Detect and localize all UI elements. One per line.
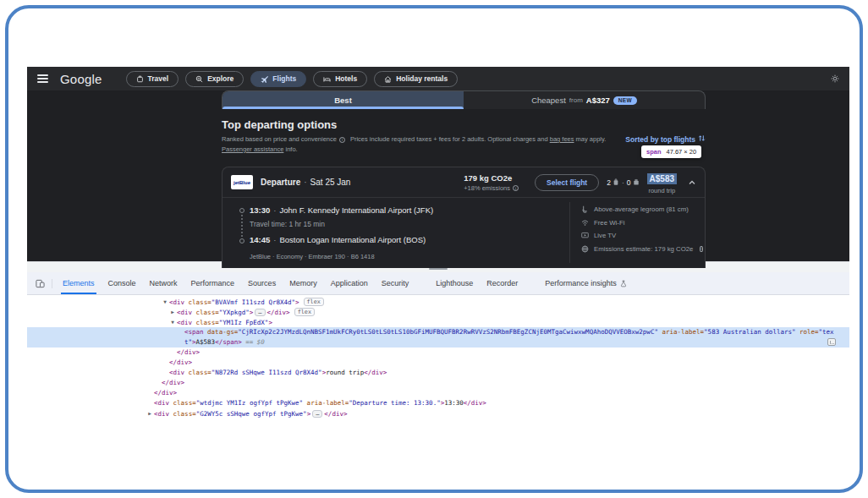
swap-vertical-icon	[698, 134, 706, 142]
ellipsis-expander[interactable]: …	[255, 309, 265, 316]
baggage-allowance: 2 · 0	[607, 178, 639, 187]
results-column: Best Cheapest from A$327 NEW Top departi…	[222, 90, 706, 268]
menu-icon[interactable]	[37, 74, 48, 83]
jetblue-logo: jetBlue	[231, 175, 253, 189]
route-dotted-line	[241, 215, 243, 237]
collapse-arrow-icon[interactable]: ▶	[168, 307, 177, 317]
devtools-tab-console[interactable]: Console	[102, 272, 143, 294]
expand-arrow-icon[interactable]: ▼	[161, 297, 169, 307]
suitcase-icon	[136, 75, 144, 83]
nav-pill-travel[interactable]: Travel	[126, 71, 179, 87]
devtools-tab-elements[interactable]: Elements	[56, 272, 102, 294]
amenity-label: Live TV	[594, 232, 616, 239]
devtools-tab-security[interactable]: Security	[375, 272, 416, 294]
amenity-label: Emissions estimate: 179 kg CO2e	[594, 245, 693, 253]
dom-tree-line[interactable]: </div>	[27, 348, 849, 358]
dark-mode-icon[interactable]	[831, 74, 839, 83]
tab-best[interactable]: Best	[222, 91, 464, 109]
dom-tree-line[interactable]: ▼<div class="YM1Iz FpEdX">	[27, 317, 849, 327]
nav-pill-label: Explore	[207, 74, 233, 83]
ellipsis-expander[interactable]: …	[312, 410, 322, 418]
dom-tree-line[interactable]: ▶<div class="YXpkgd">…</div>flex	[27, 307, 849, 317]
wifi-icon	[581, 219, 589, 227]
dom-tree-line[interactable]: </div>	[27, 358, 849, 368]
dom-tree-line-selected[interactable]: t">A$583</span> == $0	[27, 337, 849, 348]
nav-pill-flights[interactable]: Flights	[250, 71, 306, 87]
emissions-icon	[581, 245, 589, 253]
devtools-tab-lighthouse[interactable]: Lighthouse	[429, 272, 480, 294]
devtools-tab-sources[interactable]: Sources	[241, 272, 283, 294]
flight-details: 13:30·John F. Kennedy International Airp…	[222, 198, 705, 268]
plane-icon	[261, 75, 268, 83]
tab-cheapest[interactable]: Cheapest from A$327 NEW	[464, 91, 705, 109]
nav-pill-hotels[interactable]: Hotels	[313, 71, 367, 87]
co2-value: 179 kg CO2e	[464, 173, 524, 183]
flight-timeline	[234, 205, 250, 268]
page-title: Top departing options	[222, 118, 706, 131]
dom-tree-line[interactable]: <div class="wtdjmc YM1Iz ogfYpf tPgKwe" …	[27, 398, 849, 408]
info-icon[interactable]: i	[700, 246, 702, 252]
tab-cheapest-from: from	[569, 96, 583, 104]
results-meta: Ranked based on price and convenienceiPr…	[222, 134, 706, 155]
experiment-flask-icon	[620, 280, 627, 287]
results-disclaimer: Ranked based on price and convenienceiPr…	[222, 134, 606, 155]
passenger-assistance-link[interactable]: Passenger assistance	[222, 145, 283, 153]
new-badge: NEW	[613, 96, 637, 105]
nav-pill-label: Hotels	[335, 74, 357, 83]
flight-card: jetBlue Departure·Sat 25 Jan 179 kg CO2e…	[222, 167, 706, 268]
flight-card-title: Departure·Sat 25 Jan	[261, 178, 350, 187]
travel-nav-pills: TravelExploreFlightsHotelsHoliday rental…	[126, 71, 459, 87]
price-value[interactable]: A$583	[647, 173, 677, 184]
devtools-tabs: ElementsConsoleNetworkPerformanceSources…	[56, 272, 634, 294]
flex-badge[interactable]: flex	[304, 298, 324, 306]
devtools-tab-performance-insights[interactable]: Performance insights	[538, 272, 634, 294]
amenity-label: Above-average legroom (81 cm)	[594, 205, 689, 213]
device-toolbar-icon[interactable]	[32, 279, 52, 288]
amenity-row: Emissions estimate: 179 kg CO2ei	[581, 243, 698, 256]
destination-dot	[239, 238, 244, 244]
nav-pill-holiday-rentals[interactable]: Holiday rentals	[374, 71, 458, 87]
nav-pill-label: Holiday rentals	[396, 74, 448, 83]
browser-window: Google TravelExploreFlightsHotelsHoliday…	[27, 67, 849, 419]
tab-best-underline	[222, 107, 464, 109]
select-flight-button[interactable]: Select flight	[535, 174, 599, 191]
results-tabs: Best Cheapest from A$327 NEW	[222, 90, 706, 109]
tab-best-label: Best	[334, 96, 352, 105]
bag-fees-link[interactable]: bag fees	[550, 135, 574, 143]
nav-pill-explore[interactable]: Explore	[185, 71, 244, 87]
devtools-tab-performance[interactable]: Performance	[184, 272, 242, 294]
flight-card-header[interactable]: jetBlue Departure·Sat 25 Jan 179 kg CO2e…	[222, 167, 705, 198]
checked-bag-icon	[633, 178, 640, 186]
collapse-arrow-icon[interactable]: ▶	[146, 408, 154, 419]
dom-tree-line[interactable]: <div class="N872Rd sSHqwe I11szd Qr8X4d"…	[27, 368, 849, 378]
screenshot-frame: Google TravelExploreFlightsHotelsHoliday…	[5, 5, 863, 493]
dom-tree-line[interactable]: ▶<div class="G2WY5c sSHqwe ogfYpf tPgKwe…	[27, 408, 849, 419]
flights-results-area: Best Cheapest from A$327 NEW Top departi…	[27, 90, 849, 261]
bed-icon	[323, 75, 331, 83]
dom-tree-line-selected[interactable]: <span data-gs="CjRIcXp2c2JYMzdLQnNBSF1mU…	[27, 327, 849, 337]
devtools-dom-tree: ▼<div class="BVAVmf I11szd Qr8X4d">flex▶…	[27, 295, 849, 419]
carry-on-bag-icon	[613, 178, 619, 186]
devtools-tab-memory[interactable]: Memory	[283, 272, 324, 294]
flex-badge[interactable]: flex	[294, 308, 315, 316]
devtools-tab-application[interactable]: Application	[324, 272, 375, 294]
nav-pill-label: Travel	[148, 74, 169, 83]
info-icon[interactable]: i	[513, 185, 519, 191]
text-fragment-icon	[827, 338, 836, 346]
emissions-delta: +18% emissions	[464, 184, 510, 192]
dom-tree-line[interactable]: </div>	[27, 378, 849, 388]
devtools-tab-network[interactable]: Network	[143, 272, 184, 294]
price-block: A$583 round trip	[647, 170, 677, 194]
info-icon[interactable]: i	[339, 137, 345, 143]
dom-tree-line[interactable]: ▼<div class="BVAVmf I11szd Qr8X4d">flex	[27, 297, 849, 307]
tv-icon	[581, 232, 589, 239]
amenity-label: Free Wi-Fi	[594, 219, 624, 227]
dom-tree-line[interactable]: </div>	[27, 388, 849, 398]
devtools-tab-recorder[interactable]: Recorder	[480, 272, 525, 294]
google-logo: Google	[60, 72, 102, 86]
chevron-up-icon[interactable]	[688, 178, 696, 187]
amenities-list: Above-average legroom (81 cm)Free Wi-FiL…	[581, 203, 698, 255]
expand-arrow-icon[interactable]: ▼	[168, 317, 177, 327]
trip-type: round trip	[647, 187, 677, 194]
tooltip-dimensions: 47.67 × 20	[667, 148, 697, 156]
